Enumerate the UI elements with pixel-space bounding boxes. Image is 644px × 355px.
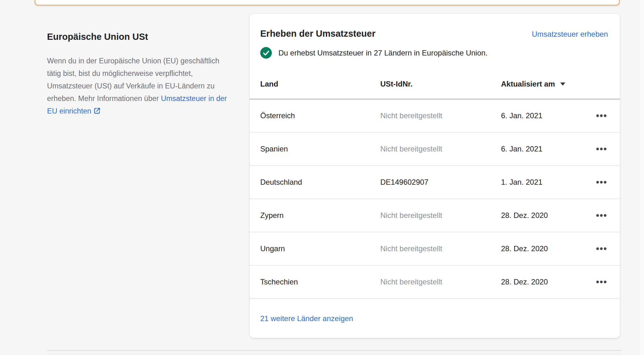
table-row: Tschechien Nicht bereitgestellt 28. Dez.… bbox=[250, 266, 620, 299]
updated-cell: 28. Dez. 2020 bbox=[501, 244, 590, 253]
collect-vat-action-link[interactable]: Umsatzsteuer erheben bbox=[532, 30, 608, 39]
card-header: Erheben der Umsatzsteuer Umsatzsteuer er… bbox=[250, 14, 620, 39]
table-row: Ungarn Nicht bereitgestellt 28. Dez. 202… bbox=[250, 232, 620, 266]
row-actions-button[interactable] bbox=[594, 111, 609, 120]
card-title: Erheben der Umsatzsteuer bbox=[260, 28, 375, 39]
actions-cell bbox=[590, 211, 609, 220]
section-description: Wenn du in der Europäische Union (EU) ge… bbox=[47, 55, 230, 118]
kebab-menu-icon bbox=[596, 214, 607, 217]
show-more-countries-link[interactable]: 21 weitere Länder anzeigen bbox=[260, 314, 353, 323]
banner-card-bottom-edge bbox=[34, 0, 620, 6]
column-header-vat-id: USt-IdNr. bbox=[380, 80, 501, 88]
row-actions-button[interactable] bbox=[594, 211, 609, 220]
table-row: Spanien Nicht bereitgestellt 6. Jan. 202… bbox=[250, 133, 620, 166]
column-header-updated-sort-button[interactable]: Aktualisiert am bbox=[501, 80, 565, 88]
updated-cell: 6. Jan. 2021 bbox=[501, 111, 590, 120]
table-row: Zypern Nicht bereitgestellt 28. Dez. 202… bbox=[250, 199, 620, 232]
column-header-updated-label: Aktualisiert am bbox=[501, 80, 555, 88]
actions-cell bbox=[590, 111, 609, 120]
updated-cell: 28. Dez. 2020 bbox=[501, 211, 590, 220]
section-title: Europäische Union USt bbox=[47, 31, 230, 42]
vat-id-cell: Nicht bereitgestellt bbox=[380, 111, 501, 120]
right-edge-strip bbox=[641, 0, 644, 355]
kebab-menu-icon bbox=[596, 181, 607, 184]
country-cell: Österreich bbox=[260, 111, 380, 120]
external-link-icon bbox=[93, 106, 101, 118]
actions-cell bbox=[590, 244, 609, 253]
row-actions-button[interactable] bbox=[594, 178, 609, 187]
table-body: Österreich Nicht bereitgestellt 6. Jan. … bbox=[250, 99, 620, 299]
country-cell: Zypern bbox=[260, 211, 380, 220]
table-footer: 21 weitere Länder anzeigen bbox=[250, 299, 620, 338]
actions-cell bbox=[590, 144, 609, 154]
kebab-menu-icon bbox=[596, 114, 607, 117]
check-circle-icon bbox=[260, 47, 272, 59]
kebab-menu-icon bbox=[596, 147, 607, 151]
section-annotation: Europäische Union USt Wenn du in der Eur… bbox=[47, 31, 230, 118]
vat-id-cell: Nicht bereitgestellt bbox=[380, 145, 501, 153]
country-cell: Deutschland bbox=[260, 178, 380, 187]
country-cell: Tschechien bbox=[260, 278, 380, 286]
country-cell: Ungarn bbox=[260, 244, 380, 253]
kebab-menu-icon bbox=[596, 247, 607, 250]
vat-id-cell: Nicht bereitgestellt bbox=[380, 278, 501, 286]
section-divider-faint bbox=[47, 354, 622, 355]
sort-descending-icon bbox=[560, 82, 565, 86]
table-row: Deutschland DE149602907 1. Jan. 2021 bbox=[250, 166, 620, 199]
vat-id-cell: Nicht bereitgestellt bbox=[380, 211, 501, 220]
table-row: Österreich Nicht bereitgestellt 6. Jan. … bbox=[250, 99, 620, 133]
actions-cell bbox=[590, 178, 609, 187]
row-actions-button[interactable] bbox=[594, 244, 609, 253]
status-row: Du erhebst Umsatzsteuer in 27 Ländern in… bbox=[250, 39, 620, 59]
section-divider bbox=[47, 350, 622, 351]
actions-cell bbox=[590, 277, 609, 287]
vat-id-cell: Nicht bereitgestellt bbox=[380, 244, 501, 253]
updated-cell: 28. Dez. 2020 bbox=[501, 278, 590, 286]
status-text: Du erhebst Umsatzsteuer in 27 Ländern in… bbox=[278, 48, 488, 58]
collect-vat-card: Erheben der Umsatzsteuer Umsatzsteuer er… bbox=[250, 14, 620, 338]
column-header-land: Land bbox=[260, 80, 380, 88]
country-cell: Spanien bbox=[260, 145, 380, 153]
kebab-menu-icon bbox=[596, 280, 607, 283]
table-header-row: Land USt-IdNr. Aktualisiert am bbox=[250, 69, 620, 99]
row-actions-button[interactable] bbox=[594, 277, 609, 287]
updated-cell: 6. Jan. 2021 bbox=[501, 145, 590, 153]
updated-cell: 1. Jan. 2021 bbox=[501, 178, 590, 187]
vat-countries-table: Land USt-IdNr. Aktualisiert am Österreic… bbox=[250, 69, 620, 338]
row-actions-button[interactable] bbox=[594, 144, 609, 154]
page: Europäische Union USt Wenn du in der Eur… bbox=[0, 0, 644, 355]
vat-id-cell: DE149602907 bbox=[380, 178, 501, 187]
